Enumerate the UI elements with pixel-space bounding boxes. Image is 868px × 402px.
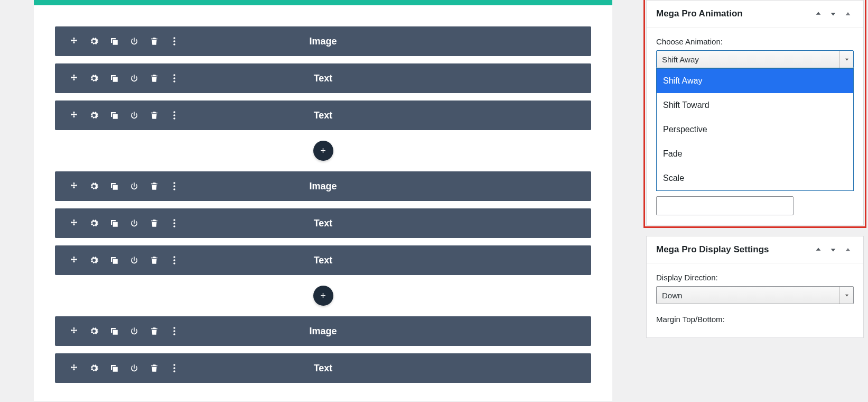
more-icon[interactable] bbox=[169, 255, 180, 266]
duplicate-icon[interactable] bbox=[109, 326, 119, 336]
duplicate-icon[interactable] bbox=[109, 255, 119, 266]
move-up-icon[interactable] bbox=[813, 244, 824, 255]
svg-point-17 bbox=[173, 262, 175, 264]
move-icon[interactable] bbox=[69, 181, 79, 191]
toggle-icon[interactable] bbox=[842, 244, 854, 255]
more-icon[interactable] bbox=[169, 36, 180, 47]
block-row[interactable]: Text bbox=[55, 63, 591, 93]
block-row[interactable]: Text bbox=[55, 245, 591, 275]
svg-point-18 bbox=[173, 327, 175, 329]
display-direction-label: Display Direction: bbox=[656, 273, 854, 282]
more-icon[interactable] bbox=[169, 326, 180, 336]
power-icon[interactable] bbox=[129, 181, 139, 191]
duplicate-icon[interactable] bbox=[109, 110, 119, 121]
editor-main: Image Text Text+ Image Text Text+ Image … bbox=[0, 0, 646, 402]
panel-title: Mega Pro Animation bbox=[656, 8, 813, 19]
power-icon[interactable] bbox=[129, 218, 139, 229]
trash-icon[interactable] bbox=[149, 255, 160, 266]
secondary-input[interactable] bbox=[656, 196, 794, 215]
move-icon[interactable] bbox=[69, 326, 79, 336]
margin-label: Margin Top/Bottom: bbox=[656, 315, 854, 324]
power-icon[interactable] bbox=[129, 110, 139, 121]
duplicate-icon[interactable] bbox=[109, 363, 119, 373]
more-icon[interactable] bbox=[169, 110, 180, 121]
duplicate-icon[interactable] bbox=[109, 181, 119, 191]
animation-select[interactable]: Shift Away bbox=[656, 50, 854, 68]
move-icon[interactable] bbox=[69, 73, 79, 84]
settings-sidebar: Mega Pro Animation Choose Animation: Shi… bbox=[646, 0, 868, 402]
svg-point-6 bbox=[173, 111, 175, 113]
gear-icon[interactable] bbox=[89, 218, 99, 229]
block-row[interactable]: Text bbox=[55, 353, 591, 383]
power-icon[interactable] bbox=[129, 363, 139, 373]
gear-icon[interactable] bbox=[89, 326, 99, 336]
block-row[interactable]: Text bbox=[55, 208, 591, 238]
move-icon[interactable] bbox=[69, 255, 79, 266]
display-direction-value: Down bbox=[662, 291, 682, 300]
dropdown-caret-icon bbox=[839, 51, 853, 68]
more-icon[interactable] bbox=[169, 73, 180, 84]
svg-point-16 bbox=[173, 259, 175, 261]
gear-icon[interactable] bbox=[89, 181, 99, 191]
move-down-icon[interactable] bbox=[827, 8, 839, 20]
panel-header: Mega Pro Animation bbox=[647, 1, 863, 28]
trash-icon[interactable] bbox=[149, 363, 160, 373]
block-toolbar bbox=[55, 73, 180, 84]
block-row[interactable]: Image bbox=[55, 316, 591, 346]
power-icon[interactable] bbox=[129, 326, 139, 336]
add-block-button[interactable]: + bbox=[313, 141, 333, 161]
add-block-button[interactable]: + bbox=[313, 286, 333, 306]
svg-point-13 bbox=[173, 222, 175, 224]
duplicate-icon[interactable] bbox=[109, 73, 119, 84]
block-row[interactable]: Text bbox=[55, 100, 591, 130]
duplicate-icon[interactable] bbox=[109, 218, 119, 229]
trash-icon[interactable] bbox=[149, 181, 160, 191]
gear-icon[interactable] bbox=[89, 110, 99, 121]
block-row[interactable]: Image bbox=[55, 26, 591, 56]
teal-header-bar bbox=[34, 0, 612, 5]
dropdown-option[interactable]: Fade bbox=[657, 142, 853, 166]
svg-point-23 bbox=[173, 370, 175, 372]
svg-point-11 bbox=[173, 188, 175, 190]
dropdown-option[interactable]: Shift Away bbox=[657, 69, 853, 93]
gear-icon[interactable] bbox=[89, 363, 99, 373]
trash-icon[interactable] bbox=[149, 326, 160, 336]
animation-dropdown[interactable]: Shift AwayShift TowardPerspectiveFadeSca… bbox=[656, 68, 854, 191]
duplicate-icon[interactable] bbox=[109, 36, 119, 47]
gear-icon[interactable] bbox=[89, 73, 99, 84]
power-icon[interactable] bbox=[129, 73, 139, 84]
trash-icon[interactable] bbox=[149, 73, 160, 84]
gear-icon[interactable] bbox=[89, 255, 99, 266]
block-toolbar bbox=[55, 36, 180, 47]
gear-icon[interactable] bbox=[89, 36, 99, 47]
svg-point-10 bbox=[173, 185, 175, 187]
block-list: Image Text Text+ Image Text Text+ Image … bbox=[34, 5, 612, 401]
toggle-icon[interactable] bbox=[842, 8, 854, 20]
move-icon[interactable] bbox=[69, 363, 79, 373]
move-down-icon[interactable] bbox=[827, 244, 839, 255]
move-up-icon[interactable] bbox=[813, 8, 824, 20]
trash-icon[interactable] bbox=[149, 36, 160, 47]
dropdown-caret-icon bbox=[839, 287, 853, 304]
svg-point-1 bbox=[173, 40, 175, 42]
block-row[interactable]: Image bbox=[55, 171, 591, 201]
more-icon[interactable] bbox=[169, 181, 180, 191]
more-icon[interactable] bbox=[169, 218, 180, 229]
power-icon[interactable] bbox=[129, 255, 139, 266]
dropdown-option[interactable]: Perspective bbox=[657, 117, 853, 142]
dropdown-option[interactable]: Shift Toward bbox=[657, 93, 853, 117]
dropdown-option[interactable]: Scale bbox=[657, 166, 853, 190]
panel-header-controls bbox=[813, 8, 854, 20]
move-icon[interactable] bbox=[69, 36, 79, 47]
block-toolbar bbox=[55, 363, 180, 373]
move-icon[interactable] bbox=[69, 110, 79, 121]
display-direction-select[interactable]: Down bbox=[656, 286, 854, 304]
trash-icon[interactable] bbox=[149, 110, 160, 121]
more-icon[interactable] bbox=[169, 363, 180, 373]
trash-icon[interactable] bbox=[149, 218, 160, 229]
svg-point-8 bbox=[173, 117, 175, 120]
power-icon[interactable] bbox=[129, 36, 139, 47]
move-icon[interactable] bbox=[69, 218, 79, 229]
block-toolbar bbox=[55, 181, 180, 191]
panel-title: Mega Pro Display Settings bbox=[656, 244, 813, 255]
